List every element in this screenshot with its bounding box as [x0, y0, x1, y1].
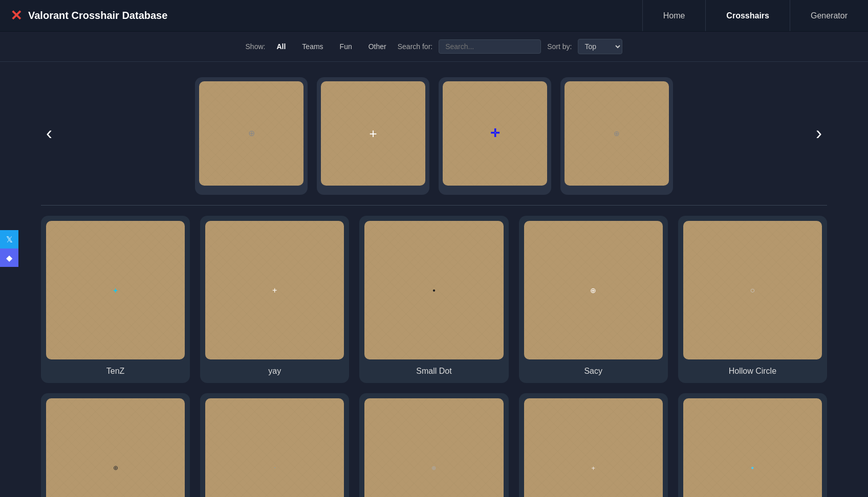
- sort-select[interactable]: Top New Popular: [578, 39, 622, 54]
- search-input[interactable]: [439, 39, 541, 54]
- dep-preview: ⊕: [364, 398, 503, 497]
- carousel-preview-3: ✛: [443, 81, 547, 186]
- carousel-prev[interactable]: ‹: [41, 124, 57, 143]
- discord-button[interactable]: ◆: [0, 248, 18, 267]
- carousel-card-4[interactable]: ⊕: [560, 77, 673, 195]
- less-map-texture: [524, 398, 663, 497]
- logo-icon: ✕: [10, 9, 22, 23]
- twitter-button[interactable]: 𝕏: [0, 230, 18, 248]
- nav-generator[interactable]: Generator: [790, 0, 868, 31]
- filter-all[interactable]: All: [271, 40, 291, 53]
- carousel-next[interactable]: ›: [811, 124, 827, 143]
- carousel-preview-4: ⊕: [565, 81, 669, 186]
- less-crosshair: +: [591, 464, 595, 471]
- diamond-crosshair: ●: [751, 465, 754, 470]
- scream-preview: ·: [205, 398, 344, 497]
- carousel-preview-1: ⊕: [199, 81, 303, 186]
- crosshair-symbol-4: ⊕: [614, 130, 620, 137]
- sort-label: Sort by:: [547, 42, 572, 51]
- filter-bar: Show: All Teams Fun Other Search for: So…: [0, 32, 868, 62]
- yay-crosshair: +: [272, 286, 277, 295]
- grid-card-sacy[interactable]: ⊕ Sacy: [519, 216, 668, 383]
- search-label: Search for:: [398, 42, 432, 51]
- grid-card-yay[interactable]: + yay: [200, 216, 349, 383]
- scream-crosshair: ·: [274, 465, 275, 470]
- section-divider: [41, 205, 827, 206]
- yay-preview: +: [205, 221, 344, 359]
- carousel-card-2[interactable]: +: [317, 77, 429, 195]
- diamond-preview: ●: [683, 398, 822, 497]
- grid-card-hollow-circle[interactable]: ○ Hollow Circle: [678, 216, 827, 383]
- carousel-card-3[interactable]: ✛: [439, 77, 551, 195]
- small-dot-label: Small Dot: [364, 365, 503, 378]
- grid-row-2: ⊕ f0rsakeN · ScreaM ⊕ Dep + LES: [41, 393, 827, 497]
- show-label: Show:: [246, 42, 266, 51]
- f0rsaken-preview: ⊕: [46, 398, 185, 497]
- filter-other[interactable]: Other: [363, 40, 392, 53]
- sacy-preview: ⊕: [524, 221, 663, 359]
- dep-map-texture: [364, 398, 503, 497]
- grid-card-tenz[interactable]: + TenZ: [41, 216, 190, 383]
- small-dot-preview: ●: [364, 221, 503, 359]
- app-title: Valorant Crosshair Database: [28, 10, 167, 21]
- grid-card-f0rsaken[interactable]: ⊕ f0rsakeN: [41, 393, 190, 497]
- main-nav: Home Crosshairs Generator: [642, 0, 868, 31]
- tenz-crosshair: +: [114, 287, 118, 294]
- crosshair-symbol-3: ✛: [490, 128, 500, 139]
- header: ✕ Valorant Crosshair Database Home Cross…: [0, 0, 868, 32]
- nav-crosshairs[interactable]: Crosshairs: [705, 0, 790, 31]
- scream-map-texture: [205, 398, 344, 497]
- dep-crosshair: ⊕: [431, 465, 436, 470]
- crosshair-symbol-1: ⊕: [248, 129, 255, 138]
- small-dot-crosshair: ●: [432, 288, 436, 293]
- hollow-circle-preview: ○: [683, 221, 822, 359]
- grid-card-small-dot[interactable]: ● Small Dot: [359, 216, 508, 383]
- carousel-card-1[interactable]: ⊕: [195, 77, 308, 195]
- carousel-section: ‹ ⊕ + ✛: [41, 62, 827, 205]
- side-social-buttons: 𝕏 ◆: [0, 230, 18, 267]
- diamond-map-texture: [683, 398, 822, 497]
- filter-fun[interactable]: Fun: [335, 40, 357, 53]
- main-content: ‹ ⊕ + ✛: [0, 62, 868, 497]
- grid-card-scream[interactable]: · ScreaM: [200, 393, 349, 497]
- carousel-track: ⊕ + ✛ ⊕: [41, 72, 827, 205]
- nav-home[interactable]: Home: [642, 0, 706, 31]
- hollow-circle-label: Hollow Circle: [683, 365, 822, 378]
- tenz-label: TenZ: [46, 365, 185, 378]
- less-preview: +: [524, 398, 663, 497]
- f0rsaken-map-texture: [46, 398, 185, 497]
- tenz-preview: +: [46, 221, 185, 359]
- f0rsaken-crosshair: ⊕: [113, 465, 118, 471]
- filter-teams[interactable]: Teams: [297, 40, 328, 53]
- grid-card-diamond[interactable]: ● Diamond: [678, 393, 827, 497]
- crosshair-symbol-2: +: [369, 127, 377, 140]
- sacy-crosshair: ⊕: [590, 287, 596, 294]
- logo: ✕ Valorant Crosshair Database: [10, 9, 167, 23]
- hollow-circle-crosshair: ○: [750, 286, 755, 295]
- yay-label: yay: [205, 365, 344, 378]
- grid-card-dep[interactable]: ⊕ Dep: [359, 393, 508, 497]
- grid-row-1: + TenZ + yay ● Small Dot ⊕ Sacy: [41, 216, 827, 383]
- sacy-label: Sacy: [524, 365, 663, 378]
- grid-card-less[interactable]: + LESS: [519, 393, 668, 497]
- carousel-preview-2: +: [321, 81, 425, 186]
